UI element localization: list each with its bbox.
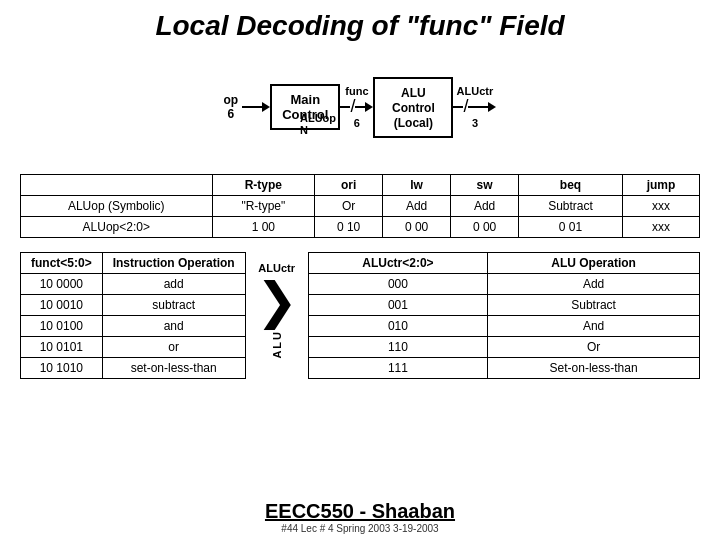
alu-control-box: ALU Control (Local)	[373, 77, 453, 138]
upper-table-row0-cell2: Or	[315, 196, 383, 217]
arrow1	[262, 102, 270, 112]
upper-table: R-type ori lw sw beq jump ALUop (Symboli…	[20, 174, 700, 238]
upper-table-header-3: lw	[383, 175, 451, 196]
upper-table-row0-cell6: xxx	[623, 196, 700, 217]
upper-table-header-5: beq	[519, 175, 623, 196]
left-header-0: funct<5:0>	[21, 253, 103, 274]
aluop-label: ALUop N	[300, 112, 336, 136]
left-table-row3-cell1: or	[102, 337, 245, 358]
connector-1	[242, 102, 270, 112]
line4	[453, 106, 463, 108]
right-table-row2-cell0: 010	[308, 316, 487, 337]
left-table-row2-cell1: and	[102, 316, 245, 337]
alu-side-label: ALU	[271, 330, 283, 359]
lower-left-table: funct<5:0> Instruction Operation 10 0000…	[20, 252, 246, 379]
line5	[468, 106, 488, 108]
footer: EECC550 - Shaaban #44 Lec # 4 Spring 200…	[0, 500, 720, 534]
middle-arrow: ALUctr ❯ ALU	[256, 262, 298, 359]
aluctr-arrow-group: ALUctr / 3	[453, 85, 496, 129]
line2	[340, 106, 350, 108]
upper-table-row0-cell3: Add	[383, 196, 451, 217]
upper-table-header-6: jump	[623, 175, 700, 196]
upper-table-row1-cell6: xxx	[623, 217, 700, 238]
right-table-row0-cell1: Add	[488, 274, 700, 295]
right-table-row4-cell1: Set-on-less-than	[488, 358, 700, 379]
page-title: Local Decoding of "func" Field	[20, 10, 700, 42]
left-table-row1-cell1: subtract	[102, 295, 245, 316]
upper-table-header-0	[21, 175, 213, 196]
left-table-row4-cell0: 10 1010	[21, 358, 103, 379]
right-table-row4-cell0: 111	[308, 358, 487, 379]
upper-table-header-2: ori	[315, 175, 383, 196]
right-header-0: ALUctr<2:0>	[308, 253, 487, 274]
left-table-row1-cell0: 10 0010	[21, 295, 103, 316]
op-label: op 6	[224, 93, 239, 121]
lower-right-table: ALUctr<2:0> ALU Operation 000Add001Subtr…	[308, 252, 700, 379]
upper-table-row0-cell0: ALUop (Symbolic)	[21, 196, 213, 217]
upper-table-row1-cell3: 0 00	[383, 217, 451, 238]
right-table-row1-cell0: 001	[308, 295, 487, 316]
upper-table-header-4: sw	[451, 175, 519, 196]
left-table-row4-cell1: set-on-less-than	[102, 358, 245, 379]
upper-table-row0-cell1: "R-type"	[212, 196, 315, 217]
upper-table-row1-cell5: 0 01	[519, 217, 623, 238]
bottom-section: funct<5:0> Instruction Operation 10 0000…	[20, 252, 700, 379]
left-table-row0-cell0: 10 0000	[21, 274, 103, 295]
left-header-1: Instruction Operation	[102, 253, 245, 274]
right-table-row3-cell0: 110	[308, 337, 487, 358]
upper-table-row1-cell1: 1 00	[212, 217, 315, 238]
upper-table-row1-cell0: ALUop<2:0>	[21, 217, 213, 238]
left-table-row2-cell0: 10 0100	[21, 316, 103, 337]
func-line: /	[340, 97, 373, 117]
left-table-row3-cell0: 10 0101	[21, 337, 103, 358]
upper-table-row1-cell4: 0 00	[451, 217, 519, 238]
arrow3	[488, 102, 496, 112]
right-table-row0-cell0: 000	[308, 274, 487, 295]
upper-table-row0-cell4: Add	[451, 196, 519, 217]
diagram-area: op 6 Main Control func / 6	[20, 52, 700, 162]
line3	[355, 106, 365, 108]
right-table-row1-cell1: Subtract	[488, 295, 700, 316]
right-header-1: ALU Operation	[488, 253, 700, 274]
footer-title: EECC550 - Shaaban	[265, 500, 455, 523]
big-chevron-icon: ❯	[256, 276, 298, 326]
func-arrow-group: func / 6	[340, 85, 373, 129]
arrow2	[365, 102, 373, 112]
upper-table-row1-cell2: 0 10	[315, 217, 383, 238]
footer-subtitle: #44 Lec # 4 Spring 2003 3-19-2003	[281, 523, 438, 534]
line1	[242, 106, 262, 108]
aluctr-line: /	[453, 97, 496, 117]
page: Local Decoding of "func" Field op 6 Main…	[0, 0, 720, 540]
left-table-row0-cell1: add	[102, 274, 245, 295]
right-table-row3-cell1: Or	[488, 337, 700, 358]
upper-table-header-1: R-type	[212, 175, 315, 196]
right-table-row2-cell1: And	[488, 316, 700, 337]
upper-table-row0-cell5: Subtract	[519, 196, 623, 217]
